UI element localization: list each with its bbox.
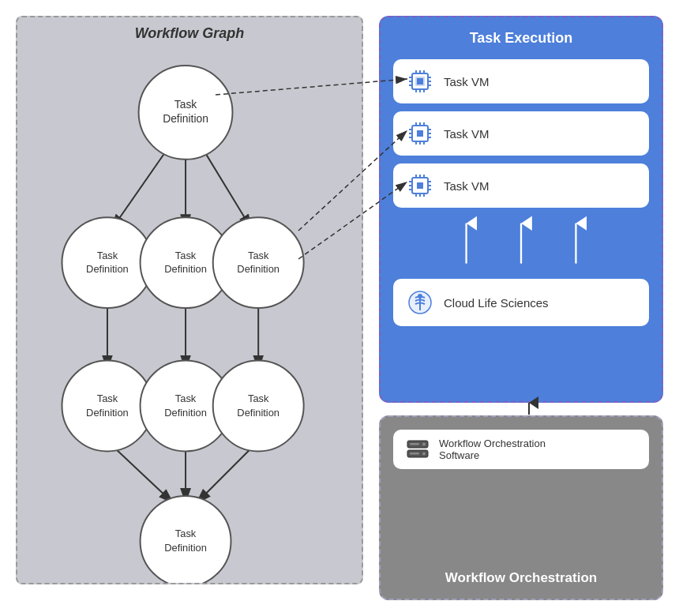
svg-text:Definition: Definition — [86, 407, 129, 419]
task-vm-label-1: Task VM — [444, 75, 490, 88]
workflow-orchestration-panel: Workflow OrchestrationSoftware Workflow … — [379, 415, 663, 600]
svg-rect-90 — [410, 453, 419, 455]
cloud-life-sciences-box: Cloud Life Sciences — [393, 279, 649, 326]
orch-software-box: Workflow OrchestrationSoftware — [393, 430, 649, 469]
cpu-icon-1 — [406, 67, 434, 96]
svg-rect-49 — [417, 78, 423, 85]
svg-rect-89 — [410, 443, 419, 445]
orch-software-label: Workflow OrchestrationSoftware — [439, 438, 546, 461]
task-vm-box-1: Task VM — [393, 59, 649, 103]
svg-text:Task: Task — [175, 393, 197, 404]
svg-text:Definition: Definition — [163, 112, 208, 125]
svg-text:Definition: Definition — [86, 264, 129, 276]
svg-text:Task: Task — [97, 393, 118, 404]
workflow-graph-panel: Workflow Graph — [16, 16, 363, 584]
task-vm-box-2: Task VM — [393, 111, 649, 156]
svg-rect-77 — [417, 182, 423, 189]
cpu-icon-2 — [406, 119, 434, 148]
svg-point-87 — [422, 443, 426, 446]
arrows-to-vms-svg — [393, 219, 649, 266]
svg-text:Task: Task — [248, 393, 269, 404]
svg-text:Definition: Definition — [164, 542, 207, 554]
svg-point-84 — [418, 294, 422, 299]
svg-text:Definition: Definition — [237, 264, 279, 276]
cpu-icon-3 — [406, 171, 434, 200]
svg-text:Definition: Definition — [164, 264, 207, 276]
workflow-graph-svg: Task Definition Task Definition Task Def… — [17, 49, 362, 583]
svg-point-88 — [422, 453, 426, 456]
task-execution-title: Task Execution — [393, 30, 649, 47]
server-icon — [406, 438, 430, 461]
right-panel: Task Execution — [379, 16, 663, 600]
svg-text:Definition: Definition — [237, 407, 279, 419]
task-vm-box-3: Task VM — [393, 163, 649, 208]
svg-rect-63 — [417, 130, 423, 137]
svg-text:Task: Task — [174, 98, 197, 111]
workflow-graph-title: Workflow Graph — [25, 25, 354, 42]
task-vm-label-2: Task VM — [444, 127, 490, 141]
main-container: Workflow Graph — [0, 0, 679, 616]
task-vm-label-3: Task VM — [444, 179, 490, 193]
cloud-life-sciences-icon — [406, 288, 434, 317]
svg-text:Definition: Definition — [164, 407, 207, 419]
svg-text:Task: Task — [175, 528, 197, 539]
task-execution-panel: Task Execution — [379, 16, 663, 403]
svg-text:Task: Task — [248, 250, 269, 261]
cloud-life-sciences-label: Cloud Life Sciences — [444, 296, 549, 310]
workflow-orchestration-title: Workflow Orchestration — [445, 570, 597, 586]
svg-text:Task: Task — [175, 250, 197, 261]
svg-text:Task: Task — [97, 250, 118, 261]
